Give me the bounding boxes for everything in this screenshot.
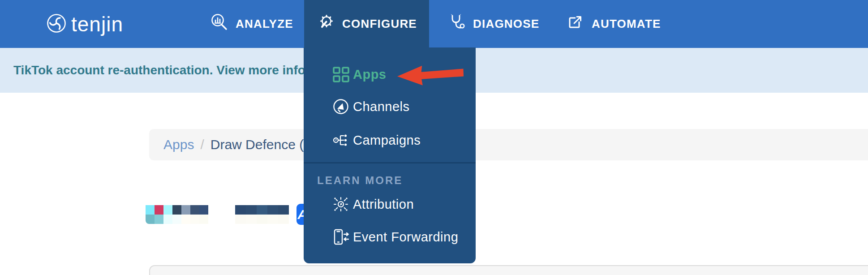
event-forwarding-phone-icon	[332, 228, 350, 245]
mosaic-tile	[235, 205, 246, 215]
top-nav: tenjin ANALYZE	[0, 0, 868, 48]
menu-item-label: Event Forwarding	[353, 230, 458, 245]
mosaic-tile	[146, 205, 155, 215]
breadcrumb-current-app: Draw Defence (io	[211, 137, 314, 152]
diagnose-stethoscope-icon	[447, 13, 467, 35]
menu-item-label: Apps	[353, 67, 387, 82]
tenjin-logo-text: tenjin	[71, 12, 123, 36]
mosaic-tile	[190, 205, 199, 215]
mosaic-tile	[155, 215, 163, 224]
menu-item-label: Channels	[353, 99, 410, 114]
apps-grid-icon	[332, 67, 350, 82]
mosaic-tile	[235, 215, 246, 224]
censored-app-name-mosaic	[235, 205, 289, 224]
mosaic-tile	[181, 215, 190, 224]
mosaic-tile	[155, 205, 163, 215]
nav-item-configure[interactable]: CONFIGURE	[304, 0, 429, 48]
red-arrow-annotation	[396, 63, 465, 89]
content-card-top-edge	[149, 265, 868, 275]
nav-item-diagnose[interactable]: DIAGNOSE	[447, 0, 539, 48]
tenjin-logo[interactable]: tenjin	[46, 0, 123, 48]
menu-divider	[304, 162, 476, 163]
mosaic-tile	[181, 205, 190, 215]
tenjin-logo-icon	[46, 13, 67, 35]
nav-item-label: CONFIGURE	[342, 17, 417, 31]
mosaic-tile	[278, 215, 289, 224]
mosaic-tile	[199, 205, 208, 215]
mosaic-tile	[146, 215, 155, 224]
breadcrumb-apps-link[interactable]: Apps	[163, 137, 194, 152]
mosaic-tile	[172, 215, 181, 224]
nav-item-automate[interactable]: AUTOMATE	[566, 0, 661, 48]
configure-gear-wrench-icon	[316, 13, 336, 35]
mosaic-tile	[199, 215, 208, 224]
mosaic-tile	[172, 205, 181, 215]
menu-item-label: Attribution	[353, 197, 414, 212]
mosaic-tile	[163, 205, 172, 215]
nav-item-analyze[interactable]: ANALYZE	[210, 0, 293, 48]
mosaic-tile	[190, 215, 199, 224]
page: tenjin ANALYZE	[0, 0, 868, 275]
analyze-chart-magnifier-icon	[210, 13, 229, 35]
automate-launch-icon	[566, 13, 585, 35]
banner-message: TikTok account re-authentication.	[13, 63, 213, 77]
menu-item-event-forwarding[interactable]: Event Forwarding	[304, 226, 476, 248]
nav-item-label: ANALYZE	[236, 17, 293, 31]
mosaic-tile	[267, 215, 278, 224]
nav-item-label: AUTOMATE	[592, 17, 661, 31]
campaigns-flow-icon	[332, 132, 350, 148]
mosaic-tile	[278, 205, 289, 215]
mosaic-tile	[163, 215, 172, 224]
mosaic-tile	[246, 215, 257, 224]
channels-megaphone-icon	[332, 99, 350, 115]
breadcrumb-separator: /	[200, 137, 204, 152]
menu-item-attribution[interactable]: Attribution	[304, 193, 476, 215]
nav-item-label: DIAGNOSE	[473, 17, 539, 31]
mosaic-tile	[267, 205, 278, 215]
breadcrumb: Apps / Draw Defence (io	[149, 129, 868, 160]
mosaic-tile	[257, 205, 267, 215]
menu-item-label: Campaigns	[353, 133, 421, 148]
learn-more-section-title: LEARN MORE	[317, 174, 403, 187]
mosaic-tile	[246, 205, 257, 215]
mosaic-tile	[257, 215, 267, 224]
menu-item-channels[interactable]: Channels	[304, 95, 476, 118]
menu-item-campaigns[interactable]: Campaigns	[304, 129, 476, 151]
censored-app-icon-mosaic	[146, 205, 208, 224]
attribution-network-icon	[332, 196, 350, 213]
